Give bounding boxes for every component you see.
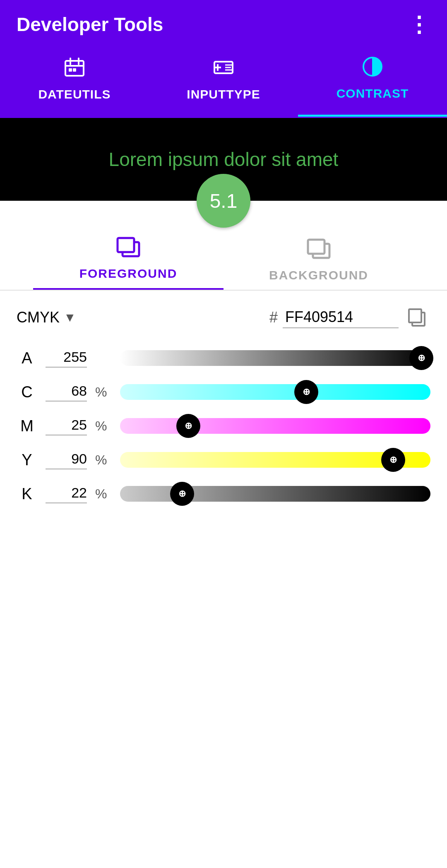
foreground-icon: [115, 234, 142, 261]
alpha-track: [120, 350, 430, 366]
tab-bar: DATEUTILS INPUTTYPE CONTRAST: [0, 46, 447, 118]
magenta-slider-row: M 25 % ⊕: [17, 415, 430, 437]
tab-inputtype[interactable]: INPUTTYPE: [149, 46, 298, 117]
calendar-icon: [64, 57, 85, 83]
cyan-slider-row: C 68 % ⊕: [17, 381, 430, 403]
alpha-track-wrap[interactable]: ⊕: [120, 347, 430, 369]
cyan-value[interactable]: 68: [46, 383, 87, 402]
svg-rect-4: [69, 68, 72, 72]
sliders-area: A 255 ⊕ C 68 % ⊕ M 25 % ⊕: [0, 339, 447, 521]
black-value[interactable]: 22: [46, 485, 87, 503]
alpha-slider-row: A 255 ⊕: [17, 347, 430, 369]
background-label: BACKGROUND: [269, 268, 368, 282]
copy-icon: [406, 307, 428, 328]
black-slider-row: K 22 % ⊕: [17, 483, 430, 505]
magenta-label: M: [17, 417, 37, 435]
black-thumb[interactable]: ⊕: [170, 482, 194, 506]
yellow-unit: %: [95, 452, 112, 468]
tab-dateutils-label: DATEUTILS: [38, 87, 111, 101]
svg-rect-15: [118, 238, 134, 252]
foreground-tab[interactable]: FOREGROUND: [33, 234, 223, 290]
contrast-icon: [362, 56, 383, 82]
black-label: K: [17, 485, 37, 503]
alpha-thumb[interactable]: ⊕: [409, 346, 433, 370]
magenta-track: [120, 418, 430, 434]
background-tab[interactable]: BACKGROUND: [223, 236, 414, 290]
inputtype-icon: [213, 57, 234, 83]
svg-rect-5: [73, 68, 76, 72]
yellow-value[interactable]: 90: [46, 451, 87, 469]
top-bar: Developer Tools ⋮: [0, 0, 447, 46]
magenta-unit: %: [95, 418, 112, 434]
yellow-slider-row: Y 90 % ⊕: [17, 449, 430, 471]
svg-rect-19: [409, 309, 421, 322]
preview-text: Lorem ipsum dolor sit amet: [109, 148, 339, 171]
tab-inputtype-label: INPUTTYPE: [187, 87, 260, 101]
magenta-value[interactable]: 25: [46, 417, 87, 435]
bottom-area: [0, 521, 447, 769]
yellow-track-wrap[interactable]: ⊕: [120, 449, 430, 471]
background-icon: [305, 236, 332, 262]
cyan-unit: %: [95, 385, 112, 400]
tab-contrast-label: CONTRAST: [336, 87, 409, 101]
app-title: Developer Tools: [17, 13, 163, 36]
cyan-label: C: [17, 383, 37, 401]
yellow-label: Y: [17, 451, 37, 469]
black-thumb-icon: ⊕: [178, 489, 186, 498]
cyan-thumb[interactable]: ⊕: [294, 380, 318, 404]
color-mode-selector[interactable]: CMYK ▼: [17, 309, 76, 326]
chevron-down-icon: ▼: [64, 310, 76, 325]
black-unit: %: [95, 486, 112, 502]
yellow-thumb[interactable]: ⊕: [381, 448, 405, 472]
tab-contrast[interactable]: CONTRAST: [298, 46, 447, 117]
cyan-track-wrap[interactable]: ⊕: [120, 381, 430, 403]
hex-hash: #: [269, 309, 278, 326]
hex-input[interactable]: [283, 307, 399, 328]
cyan-thumb-icon: ⊕: [303, 387, 310, 397]
magenta-track-wrap[interactable]: ⊕: [120, 415, 430, 437]
contrast-score-badge: 5.1: [197, 174, 250, 228]
alpha-value[interactable]: 255: [46, 349, 87, 368]
foreground-label: FOREGROUND: [79, 267, 178, 281]
copy-button[interactable]: [404, 304, 430, 331]
preview-area: Lorem ipsum dolor sit amet 5.1: [0, 118, 447, 201]
cyan-track: [120, 384, 430, 400]
tab-dateutils[interactable]: DATEUTILS: [0, 46, 149, 117]
black-track-wrap[interactable]: ⊕: [120, 483, 430, 505]
svg-rect-17: [308, 240, 324, 254]
color-mode-value: CMYK: [17, 309, 60, 326]
black-track: [120, 486, 430, 502]
alpha-thumb-icon: ⊕: [418, 353, 425, 363]
magenta-thumb-icon: ⊕: [185, 421, 192, 430]
hex-row: #: [269, 304, 430, 331]
color-mode-row: CMYK ▼ #: [0, 291, 447, 339]
yellow-thumb-icon: ⊕: [389, 455, 397, 464]
magenta-thumb[interactable]: ⊕: [176, 414, 200, 438]
more-button[interactable]: ⋮: [408, 14, 430, 35]
alpha-label: A: [17, 349, 37, 367]
